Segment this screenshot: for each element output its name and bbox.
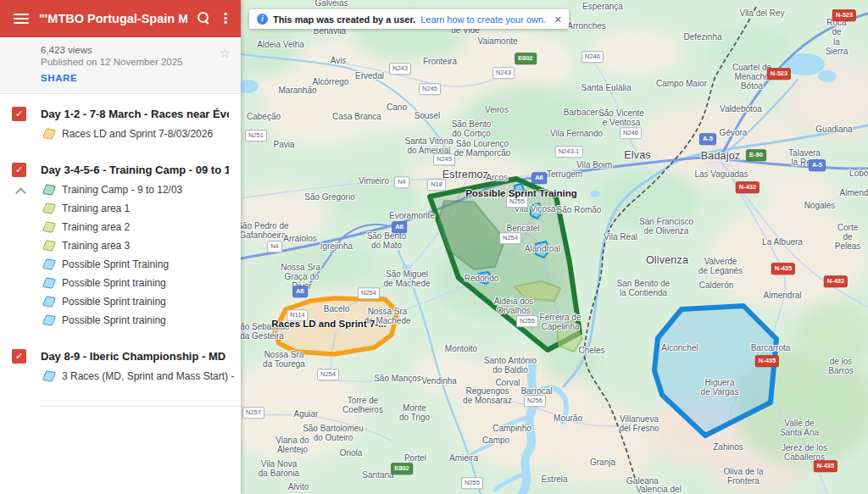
feature-label: Training Camp - 9 to 12/03 [62,184,182,196]
road-badge: N-523 [832,9,856,21]
user-map-banner: i This map was created by a user. Learn … [249,9,569,29]
feature-item[interactable]: Possible Sprint training [0,311,241,330]
road-badge: N-435 [771,263,795,275]
layer-checkbox[interactable]: ✓ [12,349,26,364]
polygon-blue-icon [42,277,56,288]
road-badge: N246 [581,51,604,63]
road-badge: N-432 [736,181,760,193]
road-badge: N254 [358,287,380,299]
road-badge: A-5 [699,133,716,145]
road-badge: N4 [267,241,282,253]
road-badge: A6 [292,286,308,297]
feature-label: Training area 1 [62,203,130,214]
map-title: "'MTBO Portugal-Spain M... [39,12,187,25]
road-badge: N-432 [824,275,848,287]
feature-item[interactable]: Possible Sprint training [0,292,241,311]
collapse-chevron-icon[interactable] [15,187,26,198]
road-badge: N-523 [767,68,791,80]
road-badge: N257 [242,407,264,419]
polygon-lightgreen-icon [42,240,56,251]
feature-item[interactable]: Possible Sprint Training [0,255,241,274]
road-badge: A6 [392,221,407,233]
polygon-lightgreen-icon [42,203,56,214]
polygon-blue-icon [42,314,56,325]
banner-close-icon[interactable]: × [554,14,561,25]
road-badge: N251 [245,130,267,142]
search-icon[interactable] [198,11,209,26]
road-badge: E802 [391,463,413,475]
road-badge: N254 [317,369,339,380]
feature-label: Training area 3 [62,240,130,252]
map-canvas[interactable]: GalveiasBenavilaAldeia VelhaCabeço de Vi… [241,0,868,494]
sidebar-header: "'MTBO Portugal-Spain M... ⋮ [0,0,241,37]
feature-label: Races LD and Sprint 7-8/03/2026 [62,128,213,140]
feature-item[interactable]: Possible Sprint training [0,274,241,292]
road-badge: A-5 [809,159,826,171]
feature-label: Possible Sprint training [62,277,166,289]
my-maps-app: "'MTBO Portugal-Spain M... ⋮ 6,423 views… [0,0,868,494]
polygon-lightgreen-icon [42,221,56,232]
road-badge: A6 [531,172,547,184]
layer-checkbox[interactable]: ✓ [12,107,26,121]
feature-item[interactable]: Training area 2 [0,218,241,236]
published-date: Published on 12 November 2025 [41,57,229,67]
road-badge: N243-1 [555,146,583,158]
road-badge: N246 [620,127,642,139]
layer-header[interactable]: ✓Day 1-2 - 7-8 March - Races near Évora … [0,97,241,125]
road-badge: N256 [524,395,546,407]
road-badge: N255 [461,477,483,489]
layer-title: Day 8-9 - Iberic Championship - MD and M… [41,349,229,363]
layer-title: Day 1-2 - 7-8 March - Races near Évora (… [41,107,229,120]
polygon-yellow-icon [42,128,56,139]
road-badge: N243 [492,67,515,79]
banner-text: This map was created by a user. [273,14,415,25]
feature-item[interactable]: Training area 3 [0,236,241,255]
feature-label: Training area 2 [62,221,130,233]
feature-item[interactable]: 3 Races (MD, Sprint and Mass Start) - 14… [0,367,241,386]
feature-item[interactable]: Races LD and Sprint 7-8/03/2026 [0,125,241,143]
road-badge: E-90 [746,149,766,161]
road-badge: N-435 [814,460,837,472]
menu-icon[interactable] [14,14,29,24]
share-button[interactable]: SHARE [41,73,77,83]
road-badge: N-435 [755,355,779,367]
sidebar: "'MTBO Portugal-Spain M... ⋮ 6,423 views… [0,0,241,494]
road-badge: N245 [433,153,455,165]
sidebar-sections: ✓Day 1-2 - 7-8 March - Races near Évora … [0,94,241,494]
more-options-icon[interactable]: ⋮ [219,12,232,25]
map-info-panel: 6,423 views Published on 12 November 202… [0,37,241,94]
layer-checkbox[interactable]: ✓ [12,163,26,177]
road-badge: N114 [287,309,308,321]
feature-label: 3 Races (MD, Sprint and Mass Start) - 14… [62,370,234,382]
list-divider [41,406,241,407]
polygon-green-icon [42,184,56,195]
feature-item[interactable]: Training area 1 [0,199,241,218]
feature-label: Possible Sprint training [62,314,166,326]
views-count: 6,423 views [41,45,229,55]
layer-header[interactable]: ✓Day 3-4-5-6 - Training Camp - 09 to 12/… [0,153,241,180]
polygon-blue-icon [42,296,56,307]
road-badge: N255 [506,196,528,208]
road-badge: N254 [499,232,521,244]
polygon-blue-icon [42,258,56,269]
layer-header[interactable]: ✓Day 8-9 - Iberic Championship - MD and … [0,340,241,367]
layer-title: Day 3-4-5-6 - Training Camp - 09 to 12/0… [41,163,229,176]
road-badge: N18 [427,179,446,191]
road-badge: N243 [389,63,411,75]
banner-learn-link[interactable]: Learn how to create your own. [420,14,546,25]
road-badge: N4 [394,176,409,188]
feature-item[interactable]: Training Camp - 9 to 12/03 [0,180,241,199]
races-ld-sprint-area[interactable] [275,298,398,354]
star-icon[interactable]: ☆ [220,46,231,61]
road-badge: E802 [515,53,537,64]
info-icon: i [257,14,268,25]
feature-label: Possible Sprint training [62,296,166,308]
road-badge: N245 [419,83,441,95]
polygon-blue-icon [42,370,56,381]
road-badge: N255 [516,315,538,327]
feature-label: Possible Sprint Training [62,258,169,270]
